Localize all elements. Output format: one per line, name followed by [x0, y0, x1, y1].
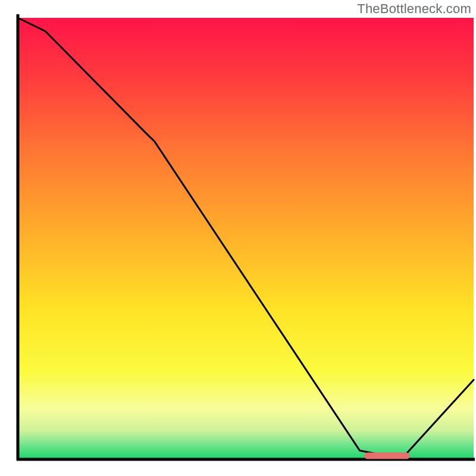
bottleneck-chart: [0, 0, 476, 476]
watermark-text: TheBottleneck.com: [357, 1, 471, 17]
plot-gradient-background: [18, 18, 474, 459]
chart-container: [0, 0, 476, 476]
optimal-range-marker: [364, 453, 410, 459]
